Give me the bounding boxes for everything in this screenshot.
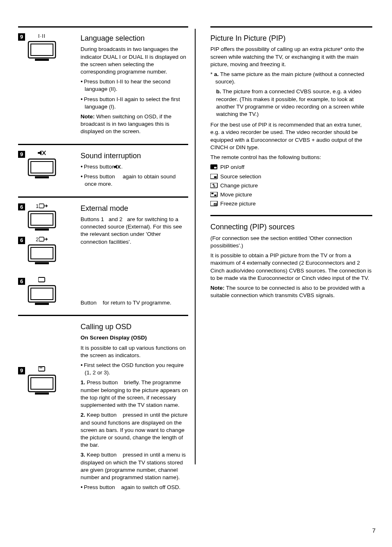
- tv-icon: [28, 244, 56, 265]
- heading-connecting: Connecting (PIP) sources: [210, 222, 372, 232]
- osd-step-1: 1. Press button briefly. The programme n…: [81, 379, 188, 409]
- osd-step-3: 3. Keep button pressed in until a menu i…: [81, 451, 188, 481]
- sound-bullet-1: Press button .: [81, 163, 188, 171]
- mute-icon: [28, 149, 56, 159]
- osd-p1: It is possible to call up various functi…: [81, 344, 188, 359]
- section-sound: 9 Sound interruption Press button . Pres…: [18, 144, 188, 196]
- language-intro: During broadcasts in two languages the i…: [81, 46, 188, 76]
- connecting-note: Note: The source to be connected is also…: [210, 284, 372, 299]
- remote-fig-ext3: 6: [18, 276, 56, 306]
- external-p2: Button for return to TV programme.: [81, 299, 188, 307]
- remote-fig-ext2: 6 2: [18, 235, 56, 265]
- pip-p2: For the best use of PIP it is recommende…: [210, 121, 372, 151]
- remote-fig-ext1: 6 1: [18, 202, 56, 231]
- osd-btn-icon: [28, 365, 56, 374]
- section-pip: Picture In Picture (PIP) PIP offers the …: [210, 26, 372, 209]
- pip-star-a: * a. The same picture as the main pictur…: [210, 71, 372, 85]
- language-bullet-2: Press button I-II again to select the fi…: [81, 96, 188, 111]
- osd-bullet-1: First select the OSD function you requir…: [81, 362, 188, 376]
- column-divider: [195, 29, 196, 464]
- rect-icon: [28, 276, 56, 285]
- fig-tag: 6: [18, 237, 25, 244]
- osd-sub: On Screen Display (OSD): [81, 334, 188, 342]
- fig-label-dual: I·II: [28, 32, 56, 41]
- tv-icon: [28, 158, 56, 179]
- heading-pip: Picture In Picture (PIP): [210, 33, 372, 43]
- connecting-p1: (For connection see the section entitled…: [210, 235, 372, 249]
- pip-btn-freeze: Freeze picture: [210, 200, 372, 208]
- fig-tag: 6: [18, 203, 25, 211]
- pip-p3: The remote control has the following but…: [210, 154, 372, 161]
- osd-bullet-2: Press button again to switch off OSD.: [81, 484, 188, 491]
- pip-button-list: PIP on/off Source selection Change pictu…: [210, 164, 372, 208]
- pip-star-b: b. The picture from a connected CVBS sou…: [216, 88, 372, 118]
- pip-onoff-icon: [210, 164, 218, 170]
- pip-btn-change: Change picture: [210, 182, 372, 189]
- tv-icon: [28, 210, 56, 231]
- connecting-p2: It is possible to obtain a PIP picture f…: [210, 252, 372, 282]
- pip-freeze-icon: [210, 201, 218, 207]
- pip-btn-move: Move picture: [210, 191, 372, 198]
- heading-external: External mode: [81, 203, 188, 213]
- section-language: 9 I·II Language selection During broadca…: [18, 26, 188, 144]
- remote-fig-language: 9 I·II: [18, 32, 56, 61]
- fig-tag: 9: [18, 33, 25, 41]
- tv-icon: [28, 285, 56, 305]
- section-connecting: Connecting (PIP) sources (For connection…: [210, 215, 372, 302]
- pip-source-icon: [210, 174, 218, 180]
- sound-bullet-2: Press button again to obtain sound once …: [81, 173, 188, 188]
- heading-language: Language selection: [81, 33, 188, 43]
- page-number: 7: [372, 526, 376, 535]
- tv-icon: [28, 41, 56, 61]
- fig-tag: 6: [18, 278, 25, 285]
- pip-btn-source: Source selection: [210, 173, 372, 180]
- pip-move-icon: [210, 192, 218, 198]
- remote-fig-sound: 9: [18, 149, 56, 179]
- pip-p1: PIP offers the possibility of calling up…: [210, 46, 372, 68]
- osd-step-2: 2. Keep button pressed in until the pict…: [81, 411, 188, 449]
- pip-change-icon: [210, 183, 218, 189]
- language-note: Note: When switching on OSD, if the broa…: [81, 113, 188, 136]
- ext1-icon: 1: [28, 202, 56, 211]
- remote-fig-osd: 9: [18, 365, 56, 395]
- tv-icon: [28, 374, 56, 395]
- heading-osd: Calling up OSD: [81, 322, 188, 332]
- language-bullet-1: Press button I-II to hear the second lan…: [81, 78, 188, 93]
- heading-sound: Sound interruption: [81, 151, 188, 161]
- pip-btn-onoff: PIP on/off: [210, 164, 372, 171]
- section-osd: 9 Calling up OSD On Screen Display (OSD)…: [18, 315, 188, 499]
- fig-tag: 9: [18, 151, 25, 158]
- section-external: 6 1 6 2 6: [18, 196, 188, 315]
- fig-tag: 9: [18, 367, 25, 374]
- ext2-icon: 2: [28, 235, 56, 244]
- external-p1: Buttons 1 and 2 are for switching to a c…: [81, 216, 188, 246]
